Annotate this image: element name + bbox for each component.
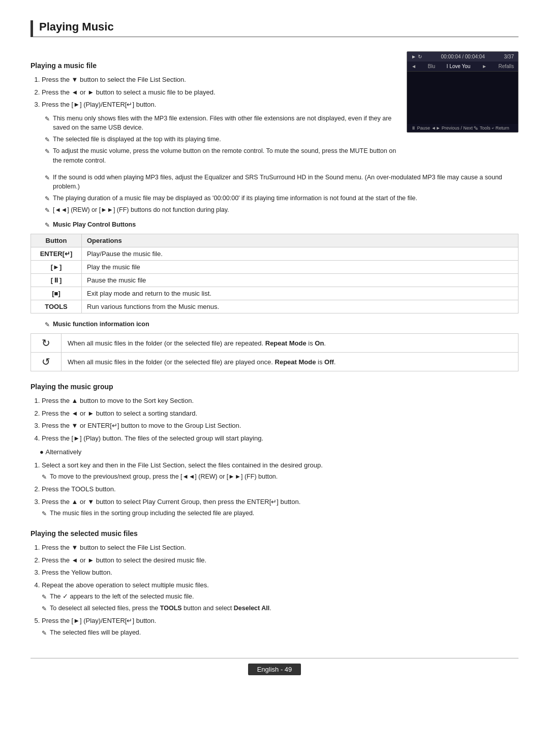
step3-note3: ✎ The selected files will be played. xyxy=(42,628,518,638)
step1-3: Press the [►] (Play)/ENTER[↵] button. xyxy=(42,100,396,110)
step3-4: Repeat the above operation to select mul… xyxy=(42,580,518,614)
step2-4: Press the [►] (Play) button. The files o… xyxy=(42,433,518,444)
note1-6: ✎ [◄◄] (REW) or [►►] (FF) buttons do not… xyxy=(45,205,518,215)
col-button: Button xyxy=(31,234,82,247)
step2-3: Press the ▼ or ENTER[↵] button to move t… xyxy=(42,421,518,431)
section-playing-music-file: Playing a music file Press the ▼ button … xyxy=(30,51,518,371)
screen-bottom: ⏸ Pause ◄► Previous / Next ✎ Tools ↩ Ret… xyxy=(407,124,518,132)
alt-step3: Press the ▲ or ▼ button to select Play C… xyxy=(42,497,518,519)
section1-title: Playing a music file xyxy=(30,61,396,70)
section-playing-music-group: Playing the music group Press the ▲ butt… xyxy=(30,383,518,518)
section2-steps: Press the ▲ button to move to the Sort k… xyxy=(42,396,518,443)
note-icon: ✎ xyxy=(45,194,50,203)
note-icon: ✎ xyxy=(42,509,47,518)
icon-table-row: ↺When all music files in the folder (or … xyxy=(31,353,518,371)
step1-2: Press the ◄ or ► button to select a musi… xyxy=(42,87,396,98)
table-row: TOOLSRun various functions from the Musi… xyxy=(31,300,518,313)
alt-note2: ✎ The music files in the sorting group i… xyxy=(42,509,518,518)
alt-step1: Select a sort key and then in the File L… xyxy=(42,460,518,482)
alt-step2: Press the TOOLS button. xyxy=(42,484,518,494)
table-row: [►]Play the music file xyxy=(31,261,518,274)
note-icon: ✎ xyxy=(45,114,50,123)
screen-list xyxy=(407,72,518,124)
note-icon: ✎ xyxy=(45,147,50,156)
icon-table: ↻When all music files in the folder (or … xyxy=(30,333,518,371)
footer-text: English - 49 xyxy=(248,664,301,675)
note-icon: ✎ xyxy=(45,206,50,215)
screen-top: ► ↻ 00:00:04 / 00:04:04 3/37 xyxy=(407,52,518,61)
note1-2: ✎ The selected file is displayed at the … xyxy=(45,135,396,144)
section3-steps: Press the ▼ button to select the File Li… xyxy=(42,543,518,638)
note1-1: ✎ This menu only shows files with the MP… xyxy=(45,114,396,133)
step1-1: Press the ▼ button to select the File Li… xyxy=(42,75,396,85)
note1-4: ✎ If the sound is odd when playing MP3 f… xyxy=(45,173,518,192)
table-row: [■]Exit play mode and return to the musi… xyxy=(31,287,518,300)
step2-1: Press the ▲ button to move to the Sort k… xyxy=(42,396,518,406)
table-label: ✎ Music Play Control Buttons xyxy=(45,220,518,230)
col-operations: Operations xyxy=(82,234,518,247)
page-title: Playing Music xyxy=(30,20,518,37)
note-icon: ✎ xyxy=(45,320,50,329)
step3-5: Press the [►] (Play)/ENTER[↵] button. ✎ … xyxy=(42,616,518,638)
note-icon: ✎ xyxy=(45,135,50,144)
icon-table-label: ✎ Music function information icon xyxy=(45,320,518,329)
music-screen: ► ↻ 00:00:04 / 00:04:04 3/37 ◄ Blu I Lov… xyxy=(407,51,518,133)
step3-note1: ✎ The ✓ appears to the left of the selec… xyxy=(42,592,518,602)
footer: English - 49 xyxy=(30,658,518,675)
icon-table-row: ↻When all music files in the folder (or … xyxy=(31,334,518,353)
step3-2: Press the ◄ or ► button to select the de… xyxy=(42,555,518,565)
note-icon: ✎ xyxy=(42,592,47,602)
step2-2: Press the ◄ or ► button to select a sort… xyxy=(42,408,518,419)
step3-note2: ✎ To deselect all selected files, press … xyxy=(42,604,518,613)
note-icon: ✎ xyxy=(45,220,50,230)
section-playing-selected-files: Playing the selected music files Press t… xyxy=(30,529,518,638)
note1-5: ✎ The playing duration of a music file m… xyxy=(45,194,518,203)
step3-1: Press the ▼ button to select the File Li… xyxy=(42,543,518,553)
section2-title: Playing the music group xyxy=(30,383,518,391)
alt-label: ● Alternatively xyxy=(40,447,518,457)
table-row: [⏸]Pause the music file xyxy=(31,274,518,287)
screen-nav: ◄ Blu I Love You ► Refalls xyxy=(407,61,518,72)
note-icon: ✎ xyxy=(45,173,50,182)
note-icon: ✎ xyxy=(42,472,47,482)
alt-note1: ✎ To move to the previous/next group, pr… xyxy=(42,472,518,482)
section2-alt-steps: Select a sort key and then in the File L… xyxy=(42,460,518,519)
section3-title: Playing the selected music files xyxy=(30,529,518,538)
note-icon: ✎ xyxy=(42,628,47,638)
table-row: ENTER[↵]Play/Pause the music file. xyxy=(31,247,518,261)
note-icon: ✎ xyxy=(42,604,47,613)
note1-3: ✎ To adjust the music volume, press the … xyxy=(45,146,396,166)
step3-3: Press the Yellow button. xyxy=(42,568,518,578)
section1-steps: Press the ▼ button to select the File Li… xyxy=(42,75,396,110)
control-buttons-table: Button Operations ENTER[↵]Play/Pause the… xyxy=(30,234,518,313)
